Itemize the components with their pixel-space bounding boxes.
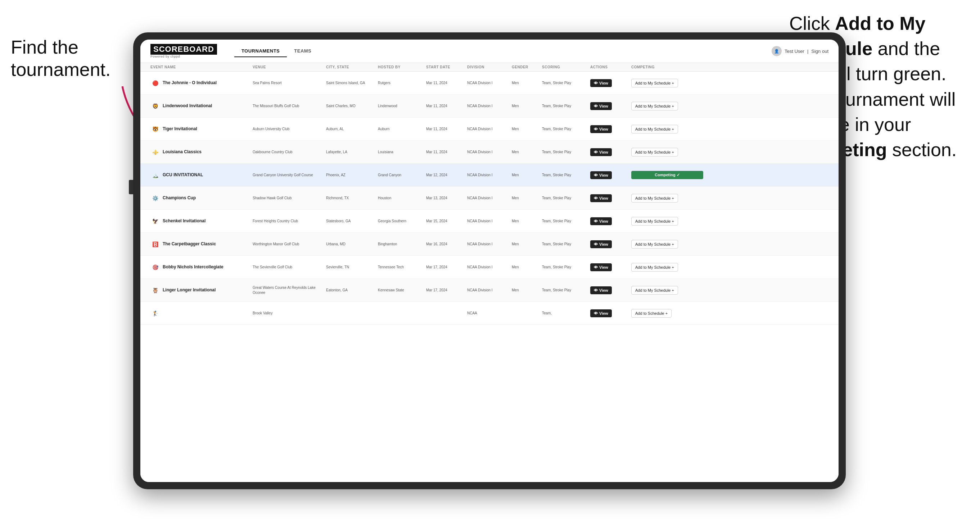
- add-to-schedule-button[interactable]: Add to Schedule +: [631, 309, 671, 317]
- competing-cell: Add to My Schedule +: [631, 102, 703, 110]
- view-button[interactable]: 👁 View: [590, 264, 612, 271]
- event-name-text: GCU INVITATIONAL: [163, 172, 203, 178]
- event-name-cell: ⚜️Louisiana Classics: [150, 148, 251, 157]
- add-to-schedule-button[interactable]: Add to My Schedule +: [631, 286, 678, 295]
- venue-cell: Oakbourne Country Club: [253, 150, 325, 155]
- table-container: EVENT NAME VENUE CITY, STATE HOSTED BY S…: [140, 63, 838, 482]
- th-venue: VENUE: [253, 65, 325, 69]
- venue-cell: The Sevierville Golf Club: [253, 265, 325, 270]
- user-name: Test User: [784, 49, 804, 54]
- table-row: 🐯Tiger InvitationalAuburn University Clu…: [140, 117, 838, 141]
- team-logo: 🐯: [150, 124, 160, 134]
- eye-icon: 👁: [594, 150, 598, 154]
- table-row: 🎯Bobby Nichols IntercollegiateThe Sevier…: [140, 256, 838, 279]
- eye-icon: 👁: [594, 81, 598, 85]
- eye-icon: 👁: [594, 265, 598, 270]
- view-button[interactable]: 👁 View: [590, 194, 612, 202]
- hosted-cell: Rutgers: [378, 81, 425, 86]
- th-city: CITY, STATE: [326, 65, 377, 69]
- event-name-text: Bobby Nichols Intercollegiate: [163, 264, 223, 270]
- scoring-cell: Team, Stroke Play: [542, 219, 589, 224]
- venue-cell: Sea Palms Resort: [253, 81, 325, 86]
- eye-icon: 👁: [594, 104, 598, 108]
- event-name-cell: 🏔️GCU INVITATIONAL: [150, 170, 251, 180]
- competing-cell: Add to My Schedule +: [631, 148, 703, 157]
- team-logo: ⚜️: [150, 148, 160, 157]
- add-to-schedule-button[interactable]: Add to My Schedule +: [631, 263, 678, 271]
- actions-cell: 👁 View: [590, 194, 630, 202]
- division-cell: NCAA Division I: [467, 219, 510, 224]
- actions-cell: 👁 View: [590, 217, 630, 225]
- actions-cell: 👁 View: [590, 148, 630, 156]
- competing-cell: Add to My Schedule +: [631, 125, 703, 133]
- gender-cell: Men: [512, 219, 541, 224]
- event-name-cell: 🔴The Johnnie - O Individual: [150, 78, 251, 88]
- add-to-schedule-button[interactable]: Add to My Schedule +: [631, 102, 678, 110]
- add-to-schedule-button[interactable]: Add to My Schedule +: [631, 194, 678, 203]
- gender-cell: Men: [512, 127, 541, 132]
- city-cell: Urbana, MD: [326, 242, 377, 247]
- user-avatar: 👤: [772, 46, 782, 56]
- event-name-cell: 🐯Tiger Invitational: [150, 124, 251, 134]
- date-cell: Mar 12, 2024: [426, 173, 466, 178]
- logo-text: SCOREBOARD: [150, 44, 217, 55]
- date-cell: Mar 16, 2024: [426, 242, 466, 247]
- nav-tab-teams[interactable]: TEAMS: [287, 45, 318, 57]
- view-button[interactable]: 👁 View: [590, 286, 612, 294]
- th-competing: COMPETING: [631, 65, 703, 69]
- th-event: EVENT NAME: [150, 65, 251, 69]
- view-button[interactable]: 👁 View: [590, 171, 612, 179]
- event-name-cell: ⚙️Champions Cup: [150, 194, 251, 203]
- hosted-cell: Houston: [378, 196, 425, 201]
- table-row: ⚙️Champions CupShadow Hawk Golf ClubRich…: [140, 187, 838, 210]
- event-name-cell: 🏌️: [150, 309, 251, 318]
- view-button[interactable]: 👁 View: [590, 79, 612, 87]
- event-name-text: Schenkel Invitational: [163, 218, 205, 224]
- table-header: EVENT NAME VENUE CITY, STATE HOSTED BY S…: [140, 63, 838, 71]
- actions-cell: 👁 View: [590, 102, 630, 110]
- team-logo: 🦁: [150, 102, 160, 111]
- tablet-device: SCOREBOARD Powered by clippd TOURNAMENTS…: [133, 32, 846, 489]
- table-row: 🏌️Brook ValleyNCAATeam,👁 ViewAdd to Sche…: [140, 302, 838, 325]
- view-button[interactable]: 👁 View: [590, 102, 612, 110]
- city-cell: Saint Simons Island, GA: [326, 81, 377, 86]
- team-logo: ⚙️: [150, 194, 160, 203]
- view-button[interactable]: 👁 View: [590, 217, 612, 225]
- actions-cell: 👁 View: [590, 264, 630, 271]
- scoring-cell: Team, Stroke Play: [542, 196, 589, 201]
- competing-cell: Add to My Schedule +: [631, 217, 703, 225]
- view-button[interactable]: 👁 View: [590, 310, 612, 317]
- division-cell: NCAA Division I: [467, 288, 510, 293]
- gender-cell: Men: [512, 81, 541, 86]
- competing-cell: Add to My Schedule +: [631, 194, 703, 203]
- actions-cell: 👁 View: [590, 286, 630, 294]
- view-button[interactable]: 👁 View: [590, 125, 612, 133]
- view-button[interactable]: 👁 View: [590, 240, 612, 248]
- team-logo: 🎯: [150, 263, 160, 272]
- division-cell: NCAA Division I: [467, 150, 510, 155]
- scoring-cell: Team, Stroke Play: [542, 242, 589, 247]
- add-to-schedule-button[interactable]: Add to My Schedule +: [631, 79, 678, 87]
- actions-cell: 👁 View: [590, 310, 630, 317]
- add-to-schedule-button[interactable]: Add to My Schedule +: [631, 125, 678, 133]
- add-to-schedule-button[interactable]: Add to My Schedule +: [631, 240, 678, 249]
- th-date: START DATE: [426, 65, 466, 69]
- sign-out-link[interactable]: Sign out: [811, 49, 829, 54]
- table-row: 🔴The Johnnie - O IndividualSea Palms Res…: [140, 71, 838, 95]
- venue-cell: The Missouri Bluffs Golf Club: [253, 103, 325, 109]
- th-actions: ACTIONS: [590, 65, 630, 69]
- add-to-schedule-button[interactable]: Add to My Schedule +: [631, 148, 678, 157]
- date-cell: Mar 11, 2024: [426, 103, 466, 109]
- event-name-text: Champions Cup: [163, 195, 196, 201]
- competing-button[interactable]: Competing ✓: [631, 171, 703, 179]
- gender-cell: Men: [512, 196, 541, 201]
- division-cell: NCAA Division I: [467, 173, 510, 178]
- competing-cell: Add to My Schedule +: [631, 263, 703, 271]
- city-cell: Lafayette, LA: [326, 150, 377, 155]
- gender-cell: Men: [512, 265, 541, 270]
- view-button[interactable]: 👁 View: [590, 148, 612, 156]
- nav-tabs: TOURNAMENTS TEAMS: [234, 45, 318, 57]
- add-to-schedule-button[interactable]: Add to My Schedule +: [631, 217, 678, 225]
- nav-tab-tournaments[interactable]: TOURNAMENTS: [234, 45, 287, 57]
- scoring-cell: Team, Stroke Play: [542, 81, 589, 86]
